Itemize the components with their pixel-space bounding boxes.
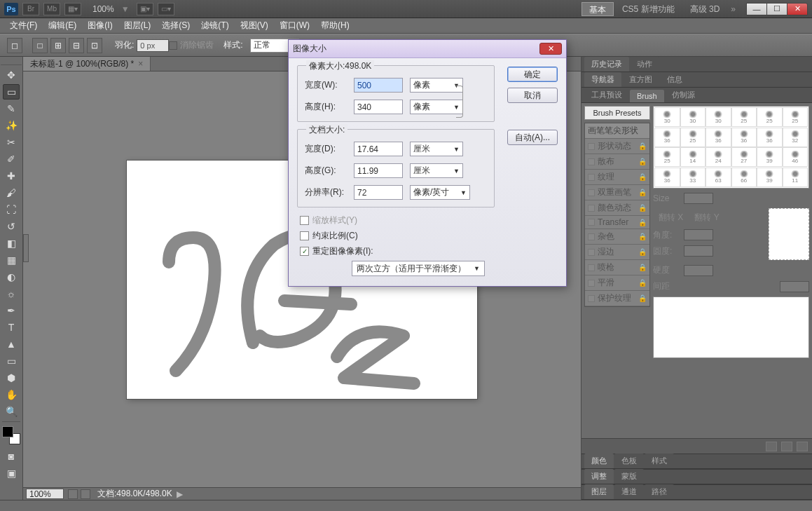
resample-checkbox[interactable]: ✓重定图像像素(I): <box>300 245 558 257</box>
menu-window[interactable]: 窗口(W) <box>274 18 315 33</box>
width-d-unit-select[interactable]: 厘米▼ <box>410 142 463 156</box>
tab-layers[interactable]: 图层 <box>584 484 614 499</box>
path-select-tool[interactable]: ▲ <box>3 336 20 352</box>
brush-transfer[interactable]: Transfer🔒 <box>585 216 649 229</box>
selection-subtract-icon[interactable]: ⊟ <box>69 38 84 53</box>
3d-tool[interactable]: ⬢ <box>3 370 20 386</box>
width-d-input[interactable] <box>354 142 403 156</box>
minimize-button[interactable]: — <box>746 3 767 15</box>
lasso-tool[interactable]: ✎ <box>3 101 20 116</box>
menu-image[interactable]: 图像(I) <box>82 18 118 33</box>
toolbox-grip[interactable] <box>1 60 22 65</box>
tab-adjustments[interactable]: 调整 <box>584 469 614 484</box>
trash-icon[interactable] <box>797 442 808 451</box>
toggle-preview-icon[interactable] <box>766 442 777 451</box>
dialog-close-button[interactable]: ✕ <box>539 43 562 55</box>
tab-swatches[interactable]: 色板 <box>614 454 644 468</box>
brush-protect-texture[interactable]: 保护纹理🔒 <box>585 291 649 306</box>
foreground-background-swatch[interactable] <box>2 426 20 444</box>
marquee-tool[interactable]: ▭ <box>3 84 20 100</box>
selection-intersect-icon[interactable]: ⊡ <box>87 38 102 53</box>
arrange-docs-icon[interactable]: ▣▾ <box>137 3 153 15</box>
status-caret-icon[interactable]: ▶ <box>177 489 183 499</box>
brush-texture[interactable]: 纹理🔒 <box>585 170 649 185</box>
menu-select[interactable]: 选择(S) <box>156 18 195 33</box>
new-brush-icon[interactable] <box>781 442 792 451</box>
healing-tool[interactable]: ✚ <box>3 168 20 184</box>
height-h-unit-select[interactable]: 像素▼ <box>410 100 463 114</box>
resolution-unit-select[interactable]: 像素/英寸▼ <box>410 185 470 200</box>
crop-tool[interactable]: ✂ <box>3 135 20 150</box>
brush-tool[interactable]: 🖌 <box>3 185 20 200</box>
dodge-tool[interactable]: ☼ <box>3 286 20 301</box>
menu-edit[interactable]: 编辑(E) <box>43 18 82 33</box>
dialog-titlebar[interactable]: 图像大小 ✕ <box>289 40 566 58</box>
eraser-tool[interactable]: ◧ <box>3 236 20 251</box>
link-icon[interactable] <box>456 86 463 118</box>
view-extras-icon[interactable]: ▦▾ <box>64 3 81 15</box>
status-icon-2[interactable] <box>81 489 90 499</box>
document-tab[interactable]: 未标题-1 @ 100%(RGB/8) * × <box>23 57 151 71</box>
hand-tool[interactable]: ✋ <box>3 387 20 402</box>
tab-tool-presets[interactable]: 工具预设 <box>584 88 629 102</box>
zoom-level[interactable]: 100% <box>92 4 114 14</box>
history-brush-tool[interactable]: ↺ <box>3 219 20 234</box>
menu-help[interactable]: 帮助(H) <box>315 18 355 33</box>
workspace-basic[interactable]: 基本 <box>582 2 614 16</box>
zoom-tool[interactable]: 🔍 <box>3 404 20 419</box>
brush-dual[interactable]: 双重画笔🔒 <box>585 185 649 200</box>
brush-wet[interactable]: 湿边🔒 <box>585 245 649 260</box>
wand-tool[interactable]: ✨ <box>3 118 20 133</box>
resolution-input[interactable] <box>354 185 403 200</box>
screenmode-tool[interactable]: ▣ <box>3 465 20 481</box>
bridge-icon[interactable]: Br <box>22 3 39 15</box>
resample-method-select[interactable]: 两次立方（适用于平滑渐变）▼ <box>352 261 485 276</box>
brush-thumbnails[interactable]: 303030252525 362536363632 251424273946 3… <box>653 106 809 189</box>
cancel-button[interactable]: 取消 <box>507 88 558 103</box>
brush-presets-button[interactable]: Brush Presets <box>584 106 650 120</box>
brush-color-dyn[interactable]: 颜色动态🔒 <box>585 200 649 216</box>
tab-brush[interactable]: Brush <box>630 90 664 102</box>
maximize-button[interactable]: ☐ <box>766 3 787 15</box>
screen-mode-icon[interactable]: ▭▾ <box>158 3 174 15</box>
brush-scatter[interactable]: 散布🔒 <box>585 154 649 170</box>
brush-airbrush[interactable]: 喷枪🔒 <box>585 260 649 275</box>
workspace-3d[interactable]: 高级 3D <box>683 2 727 16</box>
feather-input[interactable] <box>137 39 169 52</box>
zoom-caret-icon[interactable]: ▼ <box>121 4 130 14</box>
eyedropper-tool[interactable]: ✐ <box>3 151 20 167</box>
selection-add-icon[interactable]: ⊞ <box>50 38 66 53</box>
tab-navigator[interactable]: 导航器 <box>584 72 621 87</box>
stamp-tool[interactable]: ⛶ <box>3 202 20 217</box>
ok-button[interactable]: 确定 <box>507 67 558 82</box>
pen-tool[interactable]: ✒ <box>3 303 20 318</box>
tab-masks[interactable]: 蒙版 <box>614 469 644 484</box>
close-tab-icon[interactable]: × <box>138 59 143 69</box>
gradient-tool[interactable]: ▦ <box>3 252 20 268</box>
tab-styles[interactable]: 样式 <box>645 454 674 468</box>
menu-file[interactable]: 文件(F) <box>4 18 43 33</box>
status-zoom-input[interactable] <box>26 489 64 499</box>
status-icon-1[interactable] <box>68 489 78 499</box>
brush-smoothing[interactable]: 平滑🔒 <box>585 275 649 291</box>
shape-tool[interactable]: ▭ <box>3 353 20 369</box>
menu-layer[interactable]: 图层(L) <box>118 18 157 33</box>
tab-paths[interactable]: 路径 <box>645 484 674 499</box>
tab-histogram[interactable]: 直方图 <box>622 72 659 87</box>
height-g-unit-select[interactable]: 厘米▼ <box>410 163 463 178</box>
menu-filter[interactable]: 滤镜(T) <box>195 18 234 33</box>
auto-button[interactable]: 自动(A)... <box>507 130 558 145</box>
minibridge-icon[interactable]: Mb <box>43 3 60 15</box>
constrain-checkbox[interactable]: 约束比例(C) <box>300 230 558 242</box>
angle-input[interactable] <box>684 229 713 240</box>
tab-channels[interactable]: 通道 <box>614 484 644 499</box>
tab-info[interactable]: 信息 <box>660 72 689 87</box>
size-input[interactable] <box>684 193 713 204</box>
close-button[interactable]: ✕ <box>787 3 808 15</box>
brush-noise[interactable]: 杂色🔒 <box>585 229 649 245</box>
spacing-input[interactable] <box>780 281 809 292</box>
menu-view[interactable]: 视图(V) <box>235 18 274 33</box>
hardness-input[interactable] <box>684 265 713 276</box>
tab-actions[interactable]: 动作 <box>630 57 659 71</box>
height-h-input[interactable] <box>354 100 403 114</box>
